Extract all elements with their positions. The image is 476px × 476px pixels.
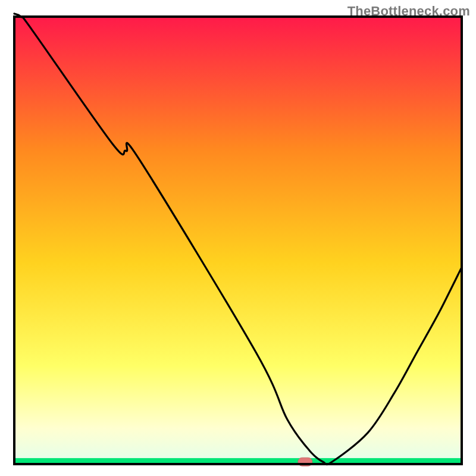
gradient-background bbox=[14, 17, 462, 464]
bottleneck-chart bbox=[0, 0, 476, 476]
chart-container: TheBottleneck.com bbox=[0, 0, 476, 476]
watermark-text: TheBottleneck.com bbox=[347, 4, 470, 19]
